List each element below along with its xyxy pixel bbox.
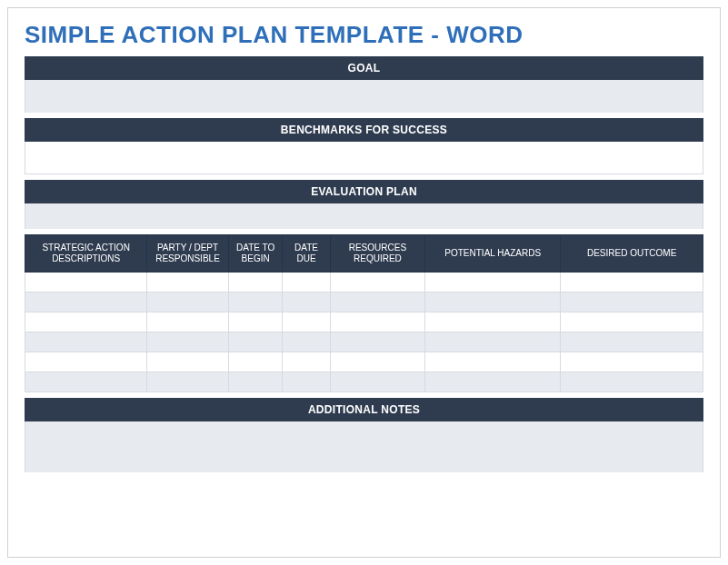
cell-desc[interactable] (25, 292, 147, 312)
cell-due[interactable] (283, 273, 330, 292)
cell-outcome[interactable] (561, 273, 703, 292)
cell-party[interactable] (147, 292, 229, 312)
cell-hazards[interactable] (425, 352, 561, 372)
notes-header: ADDITIONAL NOTES (25, 398, 703, 421)
th-hazards: POTENTIAL HAZARDS (425, 235, 561, 273)
cell-due[interactable] (283, 292, 330, 312)
th-outcome: DESIRED OUTCOME (561, 235, 703, 273)
cell-hazards[interactable] (425, 273, 561, 292)
cell-party[interactable] (147, 352, 229, 372)
cell-hazards[interactable] (425, 332, 561, 352)
cell-begin[interactable] (228, 372, 283, 392)
cell-begin[interactable] (228, 273, 283, 292)
table-header-row: STRATEGIC ACTION DESCRIPTIONS PARTY / DE… (25, 235, 703, 273)
table-row (25, 372, 703, 392)
th-due: DATE DUE (283, 235, 330, 273)
cell-desc[interactable] (25, 352, 147, 372)
cell-hazards[interactable] (425, 292, 561, 312)
cell-party[interactable] (147, 273, 229, 292)
notes-body[interactable] (25, 421, 703, 472)
cell-hazards[interactable] (425, 312, 561, 332)
benchmarks-body[interactable] (25, 142, 703, 174)
evaluation-body[interactable] (25, 203, 703, 229)
cell-resources[interactable] (330, 273, 424, 292)
cell-outcome[interactable] (561, 332, 703, 352)
cell-hazards[interactable] (425, 372, 561, 392)
th-party: PARTY / DEPT RESPONSIBLE (147, 235, 229, 273)
cell-desc[interactable] (25, 312, 147, 332)
cell-desc[interactable] (25, 332, 147, 352)
table-row (25, 332, 703, 352)
benchmarks-header: BENCHMARKS FOR SUCCESS (25, 118, 703, 142)
th-desc: STRATEGIC ACTION DESCRIPTIONS (25, 235, 147, 273)
cell-resources[interactable] (330, 312, 424, 332)
cell-resources[interactable] (330, 372, 424, 392)
cell-party[interactable] (147, 332, 229, 352)
cell-resources[interactable] (330, 332, 424, 352)
cell-party[interactable] (147, 372, 229, 392)
cell-begin[interactable] (228, 352, 283, 372)
document-page: SIMPLE ACTION PLAN TEMPLATE - WORD GOAL … (7, 7, 721, 558)
goal-header: GOAL (25, 56, 703, 80)
cell-outcome[interactable] (561, 312, 703, 332)
cell-resources[interactable] (330, 292, 424, 312)
document-title: SIMPLE ACTION PLAN TEMPLATE - WORD (25, 21, 703, 49)
cell-begin[interactable] (228, 312, 283, 332)
evaluation-header: EVALUATION PLAN (25, 180, 703, 203)
cell-desc[interactable] (25, 372, 147, 392)
table-row (25, 273, 703, 292)
cell-resources[interactable] (330, 352, 424, 372)
goal-body[interactable] (25, 80, 703, 113)
cell-due[interactable] (283, 332, 330, 352)
cell-due[interactable] (283, 372, 330, 392)
cell-begin[interactable] (228, 292, 283, 312)
cell-outcome[interactable] (561, 352, 703, 372)
action-table: STRATEGIC ACTION DESCRIPTIONS PARTY / DE… (25, 234, 703, 392)
cell-desc[interactable] (25, 273, 147, 292)
cell-party[interactable] (147, 312, 229, 332)
cell-due[interactable] (283, 352, 330, 372)
table-row (25, 312, 703, 332)
th-resources: RESOURCES REQUIRED (330, 235, 424, 273)
cell-begin[interactable] (228, 332, 283, 352)
table-row (25, 292, 703, 312)
cell-outcome[interactable] (561, 292, 703, 312)
cell-due[interactable] (283, 312, 330, 332)
th-begin: DATE TO BEGIN (228, 235, 283, 273)
cell-outcome[interactable] (561, 372, 703, 392)
table-row (25, 352, 703, 372)
